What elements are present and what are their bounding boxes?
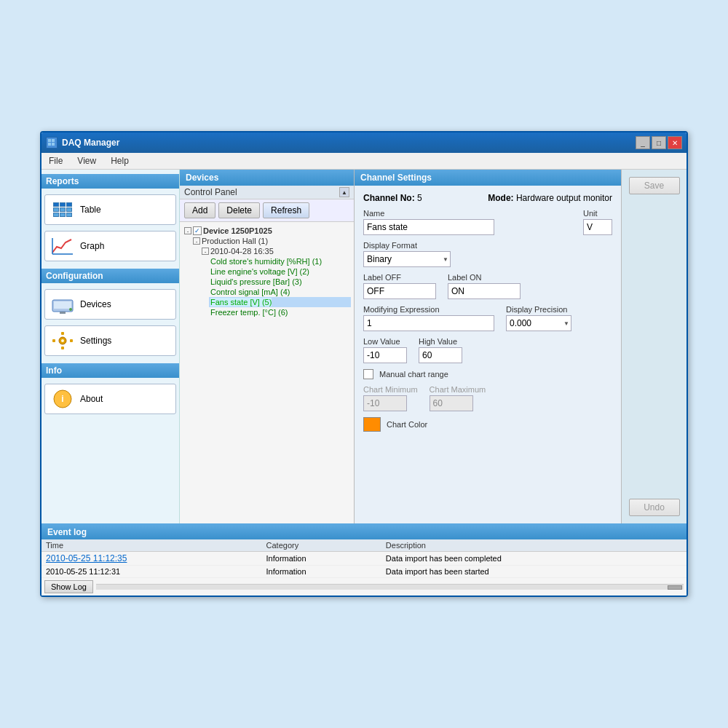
log-cat-1: Information: [262, 552, 381, 566]
devices-nav-button[interactable]: Devices: [44, 289, 176, 320]
label-on-label: Label ON: [448, 273, 521, 282]
svg-text:i: i: [61, 394, 63, 404]
menu-help[interactable]: Help: [108, 154, 132, 167]
channel-settings-header: Channel Settings: [355, 170, 621, 186]
channel-5-row[interactable]: Fans state [V] (5): [209, 297, 351, 307]
expand-location-icon[interactable]: -: [193, 237, 200, 245]
left-panel: Reports Table: [41, 170, 180, 523]
chart-min-input[interactable]: [363, 395, 407, 411]
refresh-device-button[interactable]: Refresh: [263, 202, 309, 218]
chart-max-label: Chart Maximum: [430, 385, 486, 394]
label-off-group: Label OFF: [363, 273, 436, 299]
channel-no: Channel No: 5: [363, 193, 422, 203]
svg-rect-1: [52, 139, 55, 142]
col-description: Description: [381, 539, 687, 552]
minimize-button[interactable]: _: [636, 136, 650, 149]
graph-icon: [51, 236, 74, 256]
expand-device-icon[interactable]: -: [184, 227, 191, 234]
name-label: Name: [363, 209, 571, 218]
display-precision-wrapper: 0.000 0.00 0.0 0: [506, 315, 571, 331]
display-precision-select[interactable]: 0.000 0.00 0.0 0: [506, 315, 571, 331]
channel-6-row[interactable]: Freezer temp. [°C] (6): [209, 307, 351, 317]
low-value-input[interactable]: [363, 347, 407, 363]
device-tree: - Device 1250P1025 - Production Hall (1): [180, 222, 354, 523]
close-button[interactable]: ✕: [668, 136, 682, 149]
delete-device-button[interactable]: Delete: [218, 202, 260, 218]
modifying-precision-row: Modifying Expression Display Precision 0…: [363, 305, 612, 331]
chart-max-input[interactable]: [430, 395, 473, 411]
name-input[interactable]: [363, 219, 494, 235]
action-panel: Save Undo: [621, 170, 687, 523]
maximize-button[interactable]: □: [652, 136, 666, 149]
log-cat-2: Information: [262, 566, 381, 578]
date-row[interactable]: - 2010-04-28 16:35: [200, 246, 351, 256]
chart-min-group: Chart Minimum: [363, 385, 418, 411]
modifying-expr-input[interactable]: [363, 315, 494, 331]
channel-4-row[interactable]: Control signal [mA] (4): [209, 287, 351, 297]
label-on-input[interactable]: [448, 283, 521, 299]
device-row[interactable]: - Device 1250P1025: [183, 226, 351, 236]
device-label: Device 1250P1025: [203, 226, 272, 235]
graph-label: Graph: [80, 241, 104, 251]
mode-info: Mode: Hardware output monitor: [488, 193, 612, 203]
display-format-row: Display Format Binary Decimal Hexadecima…: [363, 241, 612, 267]
channel-3-row[interactable]: Liquid's pressure [Bar] (3): [209, 277, 351, 287]
control-panel-label: Control Panel ▲: [180, 186, 354, 199]
device-item: - Device 1250P1025 - Production Hall (1): [183, 225, 351, 318]
name-unit-row: Name Unit: [363, 209, 612, 235]
add-device-button[interactable]: Add: [184, 202, 215, 218]
manual-chart-range-row: Manual chart range: [363, 369, 612, 379]
settings-nav-button[interactable]: Settings: [44, 325, 176, 356]
svg-rect-14: [52, 339, 55, 342]
menu-file[interactable]: File: [46, 154, 66, 167]
manual-chart-range-checkbox[interactable]: [363, 369, 373, 379]
col-category: Category: [262, 539, 381, 552]
channel-1-row[interactable]: Cold store's humidity [%RH] (1): [209, 256, 351, 266]
channel-2-label: Line engine's voltage [V] (2): [210, 267, 309, 276]
show-log-button[interactable]: Show Log: [44, 580, 93, 593]
location-row[interactable]: - Production Hall (1): [191, 236, 351, 246]
table-nav-button[interactable]: Table: [44, 194, 176, 225]
chart-color-label: Chart Color: [387, 420, 427, 429]
channel-2-row[interactable]: Line engine's voltage [V] (2): [209, 266, 351, 277]
menu-view[interactable]: View: [74, 154, 99, 167]
chart-color-row: Chart Color: [363, 417, 612, 432]
log-time-link-1[interactable]: 2010-05-25 11:12:35: [46, 553, 127, 563]
chart-color-swatch[interactable]: [363, 417, 381, 432]
label-off-input[interactable]: [363, 283, 436, 299]
graph-nav-button[interactable]: Graph: [44, 231, 176, 261]
display-format-wrapper: Binary Decimal Hexadecimal: [363, 251, 451, 267]
svg-rect-7: [54, 301, 71, 309]
about-nav-button[interactable]: i About: [44, 384, 176, 414]
table-icon: [51, 199, 74, 220]
save-button[interactable]: Save: [629, 177, 680, 194]
chart-max-group: Chart Maximum: [430, 385, 486, 411]
main-window: DAQ Manager _ □ ✕ File View Help Reports: [40, 131, 688, 597]
label-on-group: Label ON: [448, 273, 521, 299]
about-label: About: [80, 394, 103, 404]
svg-point-8: [69, 308, 72, 311]
scroll-up-button[interactable]: ▲: [339, 187, 349, 197]
undo-button[interactable]: Undo: [629, 499, 680, 516]
channel-settings-panel: Channel Settings Channel No: 5 Mode: Har…: [355, 170, 621, 523]
log-row-2: 2010-05-25 11:12:31 Information Data imp…: [41, 566, 687, 578]
svg-rect-12: [61, 332, 64, 335]
expand-date-icon[interactable]: -: [202, 248, 209, 255]
unit-field-group: Unit: [583, 209, 612, 235]
window-title: DAQ Manager: [62, 138, 636, 148]
device-checkbox[interactable]: [193, 226, 202, 235]
unit-input[interactable]: [583, 219, 612, 235]
scrollbar-thumb[interactable]: [668, 585, 682, 590]
window-controls: _ □ ✕: [636, 136, 682, 149]
svg-rect-3: [52, 143, 55, 146]
low-value-group: Low Value: [363, 337, 407, 363]
channel-1-label: Cold store's humidity [%RH] (1): [210, 257, 322, 266]
high-value-input[interactable]: [419, 347, 462, 363]
display-precision-label: Display Precision: [506, 305, 571, 314]
location-label: Production Hall (1): [202, 237, 268, 245]
channel-6-label: Freezer temp. [°C] (6): [210, 308, 288, 317]
channel-3-label: Liquid's pressure [Bar] (3): [210, 277, 302, 286]
channel-info-row: Channel No: 5 Mode: Hardware output moni…: [363, 193, 612, 203]
high-value-group: High Value: [419, 337, 462, 363]
display-format-select[interactable]: Binary Decimal Hexadecimal: [363, 251, 451, 267]
